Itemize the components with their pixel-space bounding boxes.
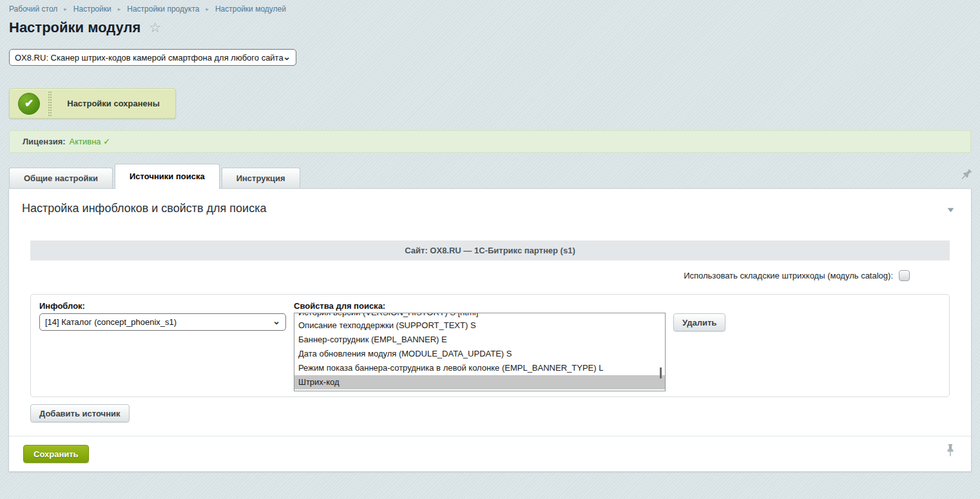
success-notification: ✔ Настройки сохранены [9,88,176,119]
notification-text: Настройки сохранены [52,99,175,108]
add-source-button[interactable]: Добавить источник [30,404,130,422]
breadcrumb-link-settings[interactable]: Настройки [73,5,111,14]
module-select-value: OX8.RU: Сканер штрих-кодов камерой смарт… [15,53,283,63]
breadcrumb-separator-icon: ▸ [64,6,67,12]
properties-label: Свойства для поиска: [294,301,385,311]
license-status: Активна ✓ [70,137,111,146]
section-title: Настройка инфоблоков и свойств для поиск… [22,202,266,215]
breadcrumb-link-product-settings[interactable]: Настройки продукта [127,5,199,14]
list-item[interactable]: Баннер-сотрудник (EMPL_BANNER) E [294,333,665,347]
page-title: Настройки модуля [9,19,140,36]
list-item-label: История версий (VERSION_HISTORY) S [html… [298,313,478,318]
tab-search-sources[interactable]: Источники поиска [115,164,220,189]
properties-multiselect[interactable]: История версий (VERSION_HISTORY) S [html… [294,313,666,391]
list-item[interactable]: Режим показа баннера-сотрудника в левой … [294,361,665,375]
warehouse-checkbox-label: Использовать складские штрихкоды (модуль… [684,271,893,280]
list-item[interactable]: История версий (VERSION_HISTORY) S [html… [294,313,665,318]
breadcrumb: Рабочий стол ▸ Настройки ▸ Настройки про… [9,5,286,14]
list-item[interactable]: Описание техподдержки (SUPPORT_TEXT) S [294,318,665,333]
breadcrumb-link-desktop[interactable]: Рабочий стол [9,5,57,14]
warehouse-checkbox[interactable] [899,270,910,281]
list-item[interactable]: Дата обновления модуля (MODULE_DATA_UPDA… [294,347,665,361]
save-button[interactable]: Сохранить [23,445,89,463]
breadcrumb-separator-icon: ▸ [206,6,209,12]
iblock-select[interactable]: [14] Каталог (concept_phoenix_s1) ⌄ [39,313,286,331]
license-label: Лицензия: [23,137,66,146]
delete-button[interactable]: Удалить [673,313,725,331]
site-header-bar: Сайт: OX8.RU — 1С-Битрикс партнер (s1) [30,240,950,260]
iblock-label: Инфоблок: [39,301,85,311]
collapse-arrow-icon[interactable]: ▼ [945,206,956,213]
scrollbar-thumb[interactable] [660,367,662,378]
pin-icon[interactable] [957,167,974,184]
chevron-down-icon: ⌄ [273,317,280,326]
page-title-row: Настройки модуля ☆ [9,19,161,36]
success-check-icon: ✔ [18,93,40,115]
chevron-down-icon: ⌄ [283,52,291,61]
list-item-selected[interactable]: Штрих-код [294,375,665,389]
module-select[interactable]: OX8.RU: Сканер штрих-кодов камерой смарт… [9,49,296,66]
source-config-box: Инфоблок: [14] Каталог (concept_phoenix_… [30,294,950,397]
tabs-row: Общие настройки Источники поиска Инструк… [9,163,302,188]
tab-instruction[interactable]: Инструкция [222,168,300,188]
license-bar: Лицензия: Активна ✓ [9,130,971,153]
notify-icon-wrap: ✔ [10,93,48,115]
tab-general-settings[interactable]: Общие настройки [9,168,113,188]
breadcrumb-separator-icon: ▸ [118,6,121,12]
tab-content-panel: Настройка инфоблоков и свойств для поиск… [8,188,972,472]
favorite-star-icon[interactable]: ☆ [149,20,161,35]
breadcrumb-link-module-settings[interactable]: Настройки модулей [215,5,286,14]
warehouse-checkbox-row: Использовать складские штрихкоды (модуль… [684,270,910,281]
pin-icon[interactable] [946,444,955,459]
iblock-select-value: [14] Каталог (concept_phoenix_s1) [45,317,177,327]
panel-footer: Сохранить [9,436,971,471]
